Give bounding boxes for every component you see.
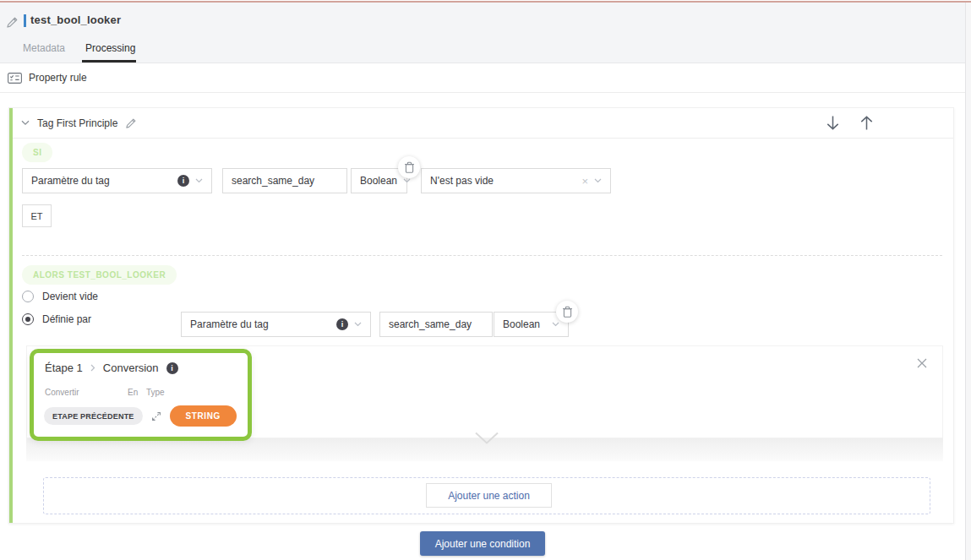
- step-type: Conversion: [103, 362, 159, 374]
- section-divider: [22, 255, 942, 256]
- condition-variable-input[interactable]: search_same_day: [222, 168, 347, 193]
- collapse-chevron-icon[interactable]: [21, 120, 30, 126]
- option-defined-by-label: Définie par: [42, 313, 91, 325]
- conversion-values-row: ETAPE PRÉCÉDENTE STRING: [44, 405, 237, 427]
- property-rule-bar: Property rule: [0, 63, 965, 93]
- and-connector-button[interactable]: ET: [22, 204, 52, 227]
- assignment-source-select[interactable]: Paramètre du tag i: [181, 312, 371, 337]
- tab-processing[interactable]: Processing: [85, 42, 135, 54]
- panel-collapse-chevron-icon[interactable]: [475, 432, 499, 445]
- breadcrumb-chevron-icon: [90, 364, 95, 372]
- radio-selected-icon[interactable]: [22, 313, 34, 325]
- type-label: Type: [146, 388, 165, 397]
- to-label: En: [128, 388, 138, 397]
- close-step-icon[interactable]: [915, 356, 929, 370]
- delete-assignment-trash-icon[interactable]: [556, 301, 578, 323]
- edit-title-pencil-icon[interactable]: [6, 16, 19, 29]
- rule-name: Tag First Principle: [37, 117, 117, 129]
- convert-arrows-icon: [150, 410, 163, 423]
- chevron-down-icon: [594, 178, 602, 183]
- chevron-down-icon: [195, 178, 203, 183]
- edit-rule-pencil-icon[interactable]: [125, 117, 137, 129]
- rule-card-header: Tag First Principle: [13, 108, 953, 139]
- step-name: Étape 1: [45, 362, 83, 374]
- page-title: test_bool_looker: [30, 14, 121, 26]
- assignment-source-value: Paramètre du tag: [190, 318, 269, 330]
- conversion-step-card[interactable]: Étape 1 Conversion i Convertir En Type E…: [30, 349, 252, 441]
- assignment-variable-input[interactable]: search_same_day: [379, 312, 493, 337]
- add-action-button[interactable]: Ajouter une action: [426, 483, 552, 508]
- chevron-down-icon: [354, 322, 362, 327]
- title-cursor-bar: [24, 14, 26, 27]
- rule-accent-bar: [9, 108, 13, 523]
- info-icon[interactable]: i: [166, 362, 178, 374]
- active-tab-underline: [82, 60, 136, 63]
- assignment-variable-value: search_same_day: [389, 318, 472, 330]
- option-becomes-empty-label: Devient vide: [42, 291, 98, 302]
- property-rule-label: Property rule: [29, 72, 87, 84]
- condition-source-value: Paramètre du tag: [31, 175, 110, 187]
- delete-condition-trash-icon[interactable]: [398, 156, 420, 178]
- chevron-down-icon: [403, 178, 411, 183]
- rule-editor-page: test_bool_looker Metadata Processing Pro…: [0, 0, 971, 560]
- then-badge: ALORS TEST_BOOL_LOOKER: [22, 265, 177, 285]
- chevron-down-icon: [552, 322, 559, 327]
- info-icon[interactable]: i: [177, 175, 189, 187]
- convert-label: Convertir: [45, 388, 79, 397]
- condition-operator-select[interactable]: N'est pas vide ×: [421, 168, 611, 193]
- tab-metadata[interactable]: Metadata: [23, 42, 65, 54]
- property-rule-icon: [8, 73, 22, 84]
- radio-unselected-icon[interactable]: [22, 291, 34, 302]
- if-badge: SI: [22, 143, 52, 162]
- condition-source-select[interactable]: Paramètre du tag i: [22, 168, 212, 193]
- condition-operator-value: N'est pas vide: [430, 175, 494, 187]
- previous-step-chip[interactable]: ETAPE PRÉCÉDENTE: [44, 407, 143, 425]
- option-becomes-empty[interactable]: Devient vide: [22, 291, 98, 302]
- right-scroll-gutter[interactable]: [965, 3, 971, 560]
- condition-variable-value: search_same_day: [232, 175, 314, 187]
- page-header: test_bool_looker Metadata Processing: [0, 3, 971, 63]
- string-type-chip[interactable]: STRING: [170, 405, 237, 427]
- move-down-arrow-icon[interactable]: [821, 111, 843, 133]
- info-icon[interactable]: i: [336, 318, 348, 330]
- move-up-arrow-icon[interactable]: [855, 111, 877, 133]
- rule-card: Tag First Principle SI Paramètre du tag …: [8, 107, 954, 524]
- add-condition-button[interactable]: Ajouter une condition: [420, 531, 545, 556]
- step-title-row: Étape 1 Conversion i: [45, 362, 178, 374]
- clear-icon[interactable]: ×: [581, 176, 588, 187]
- assignment-type-value: Boolean: [503, 318, 540, 330]
- option-defined-by[interactable]: Définie par: [22, 313, 91, 325]
- condition-type-value: Boolean: [360, 175, 397, 187]
